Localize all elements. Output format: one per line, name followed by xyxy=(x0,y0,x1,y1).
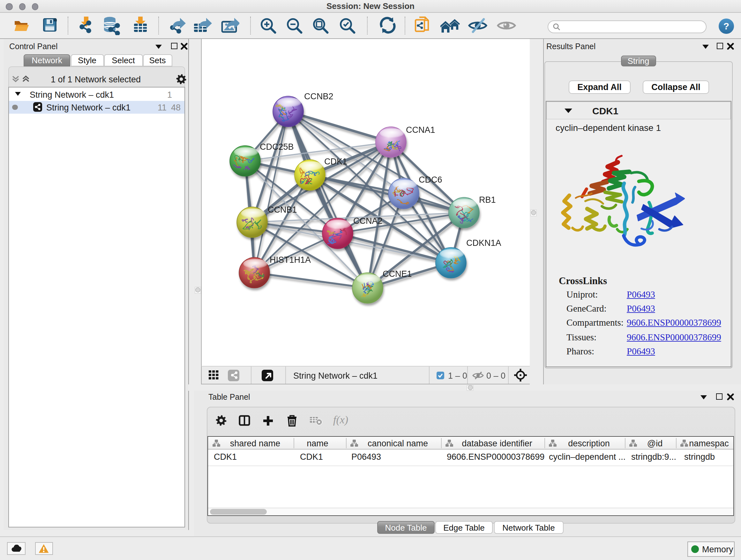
svg-text:RB1: RB1 xyxy=(479,195,496,205)
svg-text:CCNB1: CCNB1 xyxy=(268,205,297,214)
svg-text:CDC25B: CDC25B xyxy=(260,142,294,152)
svg-text:CDC6: CDC6 xyxy=(419,175,442,185)
svg-text:CDKN1A: CDKN1A xyxy=(466,238,501,248)
svg-text:CCNA1: CCNA1 xyxy=(406,125,435,135)
svg-text:CDK1: CDK1 xyxy=(324,157,347,166)
svg-text:CCNB2: CCNB2 xyxy=(304,91,333,101)
svg-text:CCNE1: CCNE1 xyxy=(383,269,412,279)
svg-text:CCNA2: CCNA2 xyxy=(353,216,383,226)
svg-text:HIST1H1A: HIST1H1A xyxy=(270,255,311,265)
